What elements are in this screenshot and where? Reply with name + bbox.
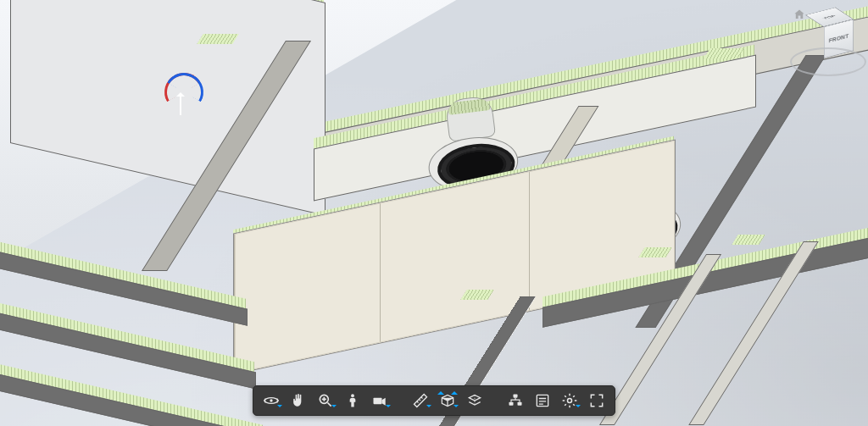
svg-rect-6 xyxy=(509,402,514,406)
dropdown-caret-icon xyxy=(331,405,337,410)
first-person-button[interactable] xyxy=(340,390,365,412)
viewer-toolbar xyxy=(253,385,615,416)
partition-seam xyxy=(380,203,381,343)
dropdown-caret-icon xyxy=(426,405,431,410)
wall-cap xyxy=(197,34,238,44)
dropdown-caret-icon xyxy=(453,405,459,410)
svg-point-9 xyxy=(568,399,572,403)
svg-point-3 xyxy=(351,394,354,397)
orbit-button[interactable] xyxy=(259,390,284,412)
dropdown-caret-icon xyxy=(277,405,282,410)
dropdown-caret-icon xyxy=(386,405,391,410)
camera-button[interactable] xyxy=(367,390,392,412)
partition-seam xyxy=(529,171,530,311)
viewport-3d[interactable]: TOP FRONT RIGHT xyxy=(0,0,868,426)
fullscreen-button[interactable] xyxy=(584,390,609,412)
dropdown-caret-icon xyxy=(576,405,581,410)
section-button[interactable] xyxy=(435,390,460,412)
explode-button[interactable] xyxy=(462,390,487,412)
measure-button[interactable] xyxy=(408,390,433,412)
svg-rect-5 xyxy=(514,395,518,398)
svg-rect-4 xyxy=(374,398,382,405)
pan-button[interactable] xyxy=(286,390,311,412)
viewcube-compass-ring[interactable] xyxy=(790,47,866,76)
view-cube[interactable]: TOP FRONT RIGHT xyxy=(797,10,856,69)
up-arrow-icon xyxy=(437,388,444,395)
view-cube-body[interactable]: TOP FRONT RIGHT xyxy=(815,13,843,51)
zoom-button[interactable] xyxy=(313,390,338,412)
up-arrow-icon xyxy=(451,388,458,395)
svg-point-1 xyxy=(270,399,272,401)
svg-rect-7 xyxy=(518,402,522,406)
model-browser-button[interactable] xyxy=(503,390,528,412)
settings-button[interactable] xyxy=(557,390,582,412)
wall-cap xyxy=(704,48,743,58)
properties-button[interactable] xyxy=(530,390,555,412)
